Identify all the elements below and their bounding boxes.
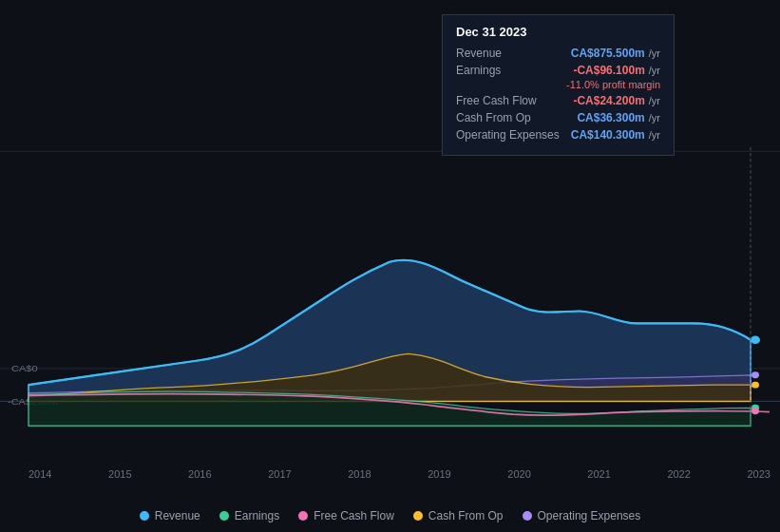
tooltip-label-revenue: Revenue: [456, 47, 502, 60]
tooltip-profit-margin: -11.0% profit margin: [456, 79, 660, 90]
tooltip-value-earnings: -CA$96.100m: [573, 64, 644, 77]
legend-item-cashfromop[interactable]: Cash From Op: [413, 509, 504, 522]
legend-item-revenue[interactable]: Revenue: [140, 509, 200, 522]
tooltip-row-fcf: Free Cash Flow -CA$24.200m/yr: [456, 94, 660, 107]
legend-item-earnings[interactable]: Earnings: [219, 509, 279, 522]
tooltip-row-earnings: Earnings -CA$96.100m/yr: [456, 64, 660, 77]
chart-legend: Revenue Earnings Free Cash Flow Cash Fro…: [0, 509, 780, 522]
svg-point-6: [751, 382, 759, 389]
legend-dot-opex: [523, 511, 532, 521]
x-label-2015: 2015: [108, 468, 131, 480]
tooltip-value-revenue: CA$875.500m: [571, 47, 645, 60]
tooltip-label-earnings: Earnings: [456, 64, 501, 77]
x-label-2017: 2017: [268, 468, 291, 480]
tooltip-row-opex: Operating Expenses CA$140.300m/yr: [456, 128, 660, 142]
tooltip-title: Dec 31 2023: [456, 25, 660, 39]
tooltip-label-cashfromop: Cash From Op: [456, 111, 531, 124]
x-label-2022: 2022: [667, 468, 690, 480]
legend-dot-fcf: [298, 511, 308, 521]
legend-label-opex: Operating Expenses: [538, 509, 641, 522]
data-tooltip: Dec 31 2023 Revenue CA$875.500m/yr Earni…: [442, 14, 675, 156]
x-label-2021: 2021: [587, 468, 610, 480]
tooltip-label-fcf: Free Cash Flow: [456, 94, 537, 107]
tooltip-value-opex: CA$140.300m: [571, 128, 645, 142]
chart-svg: CA$0 -CA$200m: [0, 147, 780, 475]
x-label-2014: 2014: [29, 468, 51, 480]
x-label-2023: 2023: [747, 468, 770, 480]
legend-label-cashfromop: Cash From Op: [428, 509, 504, 522]
legend-dot-earnings: [219, 511, 229, 521]
tooltip-value-cashfromop: CA$36.300m: [577, 111, 644, 124]
legend-label-revenue: Revenue: [155, 509, 200, 522]
tooltip-row-cashfromop: Cash From Op CA$36.300m/yr: [456, 111, 660, 124]
legend-label-earnings: Earnings: [235, 509, 279, 522]
x-label-2019: 2019: [428, 468, 450, 480]
legend-item-fcf[interactable]: Free Cash Flow: [298, 509, 394, 522]
legend-dot-cashfromop: [413, 511, 423, 521]
svg-point-9: [751, 371, 759, 378]
svg-point-5: [751, 335, 760, 344]
x-label-2020: 2020: [507, 468, 530, 480]
x-label-2018: 2018: [348, 468, 371, 480]
tooltip-label-opex: Operating Expenses: [456, 128, 560, 142]
svg-text:CA$0: CA$0: [11, 364, 38, 373]
tooltip-row-revenue: Revenue CA$875.500m/yr: [456, 47, 660, 60]
x-label-2016: 2016: [188, 468, 211, 480]
legend-label-fcf: Free Cash Flow: [314, 509, 394, 522]
legend-item-opex[interactable]: Operating Expenses: [523, 509, 641, 522]
tooltip-value-fcf: -CA$24.200m: [573, 94, 644, 107]
x-axis-labels: 2014 2015 2016 2017 2018 2019 2020 2021 …: [29, 468, 770, 480]
legend-dot-revenue: [140, 511, 149, 521]
svg-point-8: [751, 408, 759, 414]
